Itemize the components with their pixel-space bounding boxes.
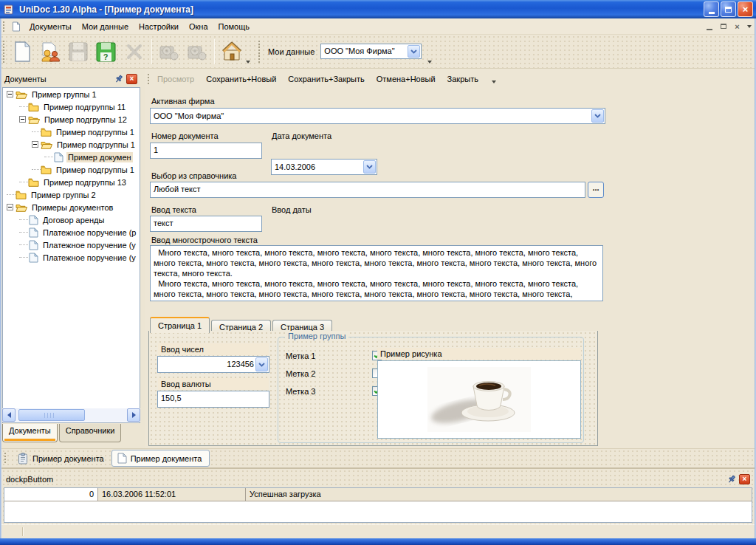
home-dropdown-arrow-icon[interactable] [246, 61, 250, 64]
date-input-label: Ввод даты [272, 205, 312, 214]
numbers-spin-combobox[interactable]: 123456 [157, 356, 269, 373]
toolbar-grip[interactable] [2, 40, 6, 64]
log-number-cell: 0 [4, 488, 98, 501]
tree-item[interactable]: Пример подгруппы 1 [3, 126, 140, 138]
mdi-restore-button[interactable] [717, 21, 729, 32]
reference-browse-button[interactable]: ... [588, 182, 604, 198]
menu-item[interactable]: Документы [24, 20, 77, 33]
menu-overflow-arrow-icon[interactable] [747, 25, 752, 28]
tree-item[interactable]: Пример группы 1 [3, 88, 140, 100]
doc-date-dropdown-button[interactable] [363, 160, 376, 174]
title-bar[interactable]: UniDoc 1.30 Alpha - [Пример документа] × [0, 0, 756, 18]
window-caption-item[interactable]: Пример документа [17, 453, 104, 465]
scroll-left-button[interactable] [2, 408, 16, 422]
band-overflow-arrow-icon[interactable] [427, 61, 432, 64]
save-button[interactable] [64, 38, 92, 66]
tree-item[interactable]: Пример группы 2 [3, 188, 140, 201]
numbers-label: Ввод чисел [158, 343, 269, 355]
doc-date-picker[interactable]: 14.03.2006 [271, 159, 377, 175]
tree-item[interactable]: Пример подгруппы 11 [3, 100, 140, 113]
log-row[interactable]: 0 16.03.2006 11:52:01 Успешная загрузка [4, 488, 752, 501]
document-icon [117, 453, 127, 464]
tree-collapse-icon[interactable] [7, 204, 13, 210]
toolbar-grip[interactable] [4, 452, 7, 465]
panel-tab-inactive[interactable]: Справочники [59, 424, 122, 442]
form-toolbar-item[interactable]: Сохранить+Новый [206, 75, 276, 83]
numbers-dropdown-button[interactable] [255, 357, 268, 371]
toolbar-separator [214, 39, 215, 64]
tree-item[interactable]: Примеры документов [3, 201, 140, 213]
tree-connector-line [19, 257, 28, 258]
page-tab[interactable]: Страница 1 [150, 317, 210, 333]
document-icon [28, 253, 38, 263]
new-document-button[interactable] [8, 38, 36, 66]
toolbar-grip[interactable] [2, 21, 6, 32]
scrollbar-thumb[interactable] [18, 409, 85, 421]
panel-tab-active[interactable]: Документы [2, 424, 58, 442]
tree-item[interactable]: Платежное поручение (р [3, 226, 140, 239]
tree-item-label: Пример подгруппы 1 [55, 127, 136, 137]
form-toolbar-item[interactable]: Закрыть [447, 75, 478, 83]
menu-item[interactable]: Мои данные [77, 20, 134, 33]
form-toolbar-overflow-arrow-icon[interactable] [492, 80, 496, 83]
tree-horizontal-scrollbar[interactable] [2, 408, 140, 422]
machine-button-2[interactable] [183, 38, 211, 66]
mdi-child-icon[interactable] [11, 21, 21, 32]
multiline-textarea[interactable]: Много текста, много текста, много текста… [150, 245, 603, 301]
pin-icon[interactable] [726, 474, 737, 484]
toolbar-grip[interactable] [258, 40, 261, 64]
form-toolbar-item[interactable]: Отмена+Новый [377, 75, 436, 83]
open-windows-bar: Пример документа Пример документа [1, 448, 755, 467]
tree-collapse-icon[interactable] [19, 116, 26, 123]
dock-close-button[interactable]: × [739, 474, 750, 484]
tree-item[interactable]: Пример подгруппы 1 [3, 163, 140, 176]
form-toolbar-item[interactable]: Сохранить+Закрыть [288, 75, 364, 83]
active-firm-dropdown-button[interactable] [591, 109, 604, 123]
tree-item[interactable]: Пример подгруппы 13 [3, 176, 140, 188]
users-button[interactable] [36, 38, 64, 66]
tree-item[interactable]: Пример подгруппы 12 [3, 113, 140, 126]
company-combobox-value: ООО "Моя Фирма" [324, 47, 406, 55]
checkbox-label: Метка 3 [286, 387, 315, 396]
dock-close-button[interactable]: × [126, 74, 137, 84]
dock-panel-header[interactable]: Документы × [1, 71, 140, 86]
tree-item[interactable]: Договор аренды [3, 213, 140, 226]
active-window-tab[interactable]: Пример документа [111, 450, 210, 467]
doc-date-value: 14.03.2006 [275, 162, 362, 171]
tree-item[interactable]: Платежное поручение (у [3, 239, 140, 251]
bottom-dock-panel: dockpButtom × 0 16.03.2006 11:52:01 Успе… [1, 467, 755, 524]
bottom-dock-header[interactable]: dockpButtom × [4, 472, 752, 486]
mdi-minimize-button[interactable] [703, 21, 715, 32]
company-combobox-button[interactable] [408, 45, 420, 58]
currency-input[interactable]: 150,5 [157, 391, 269, 408]
pin-icon[interactable] [114, 74, 124, 84]
delete-button[interactable] [120, 38, 148, 66]
mdi-minimize-icon [707, 29, 712, 30]
arrow-right-icon [132, 412, 136, 418]
documents-tree: Пример группы 1Пример подгруппы 11Пример… [2, 87, 140, 423]
home-button[interactable] [218, 38, 246, 66]
active-firm-combobox[interactable]: ООО "Моя Фирма" [150, 108, 605, 124]
close-button[interactable]: × [738, 1, 753, 17]
minimize-button[interactable] [704, 1, 719, 17]
save-new-button[interactable]: ? [92, 38, 120, 66]
tree-item[interactable]: Пример докумен [3, 151, 140, 163]
menu-item[interactable]: Помощь [213, 20, 255, 33]
tree-item[interactable]: Платежное поручение (у [3, 251, 140, 264]
tree-item[interactable]: Пример подгруппы 1 [3, 138, 140, 151]
text-input[interactable]: текст [150, 216, 262, 232]
doc-number-input[interactable]: 1 [150, 143, 262, 159]
menu-item[interactable]: Окна [184, 20, 213, 33]
mdi-close-button[interactable]: × [731, 21, 743, 32]
toolbar-grip[interactable] [147, 73, 151, 86]
machine-button-1[interactable] [155, 38, 183, 66]
tree-collapse-icon[interactable] [7, 91, 13, 97]
document-icon [28, 215, 38, 225]
reference-input[interactable]: Любой текст [150, 182, 585, 198]
menu-item[interactable]: Настройки [134, 20, 184, 33]
tree-collapse-icon[interactable] [32, 141, 38, 148]
window-left-border [0, 18, 1, 538]
scroll-right-button[interactable] [127, 408, 140, 422]
company-combobox[interactable]: ООО "Моя Фирма" [320, 44, 422, 59]
restore-button[interactable] [721, 1, 736, 17]
